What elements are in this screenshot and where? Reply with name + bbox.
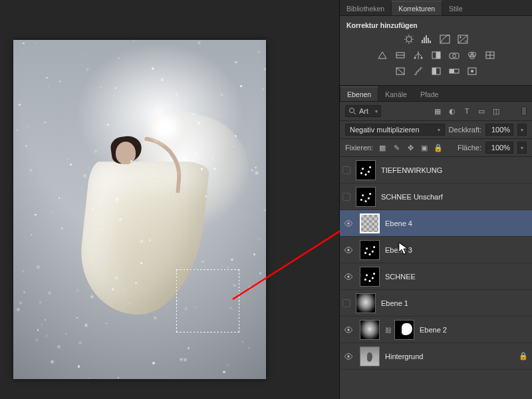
svg-point-24 [347, 249, 350, 251]
layer-thumbnail[interactable] [356, 187, 376, 207]
visibility-toggle[interactable] [342, 352, 354, 361]
lock-label: Fixieren: [345, 144, 373, 152]
svg-rect-8 [436, 52, 440, 59]
layer-row[interactable]: Ebene 4 [340, 210, 532, 237]
layer-mask-thumbnail[interactable] [394, 320, 414, 340]
svg-rect-2 [440, 35, 450, 43]
layer-thumbnail[interactable] [360, 240, 380, 260]
tab-ebenen[interactable]: Ebenen [340, 86, 378, 101]
svg-point-27 [347, 355, 350, 358]
layers-panel: Ebenen Kanäle Pfade Art ▾ ▦ ◐ T ▭ ◫ Nega… [340, 85, 532, 399]
mask-link-icon[interactable]: ⛓ [385, 326, 389, 334]
svg-point-1 [406, 37, 412, 42]
filter-adjust-icon[interactable]: ◐ [447, 107, 458, 116]
layer-thumbnail[interactable] [360, 213, 380, 233]
layer-thumbnail[interactable] [360, 320, 380, 340]
layer-row[interactable]: ⛓Ebene 2 [340, 317, 532, 343]
bw-icon[interactable] [429, 49, 444, 61]
filter-kind-label: Art [359, 107, 368, 115]
visibility-toggle[interactable] [342, 219, 354, 228]
layer-row[interactable]: SCHNEE Unscharf [340, 184, 532, 210]
opacity-label: Deckkraft: [449, 126, 482, 134]
exposure-icon[interactable] [456, 33, 470, 45]
lock-position-icon[interactable]: ✥ [405, 144, 416, 152]
posterize-icon[interactable] [411, 65, 426, 77]
filter-shape-icon[interactable]: ▭ [476, 107, 487, 116]
svg-point-25 [347, 275, 350, 278]
levels-icon[interactable] [420, 33, 434, 45]
blend-mode-dropdown[interactable]: Negativ multiplizieren ▾ [345, 124, 445, 136]
visibility-toggle[interactable] [342, 193, 350, 201]
threshold-icon[interactable] [429, 65, 444, 77]
selective-color-icon[interactable] [465, 65, 479, 77]
filter-type-icon[interactable]: T [462, 107, 472, 116]
lock-image-icon[interactable]: ✎ [391, 144, 402, 152]
lock-icon: 🔒 [519, 352, 528, 360]
layer-name[interactable]: SCHNEE [385, 273, 416, 281]
layer-name[interactable]: Ebene 1 [381, 299, 408, 307]
tab-stile[interactable]: Stile [442, 1, 469, 15]
svg-point-26 [347, 329, 350, 331]
svg-point-22 [350, 108, 354, 113]
vibrance-icon[interactable] [375, 49, 390, 61]
layer-row[interactable]: TIEFENWIRKUNG [340, 157, 532, 184]
layer-thumbnail[interactable] [360, 267, 380, 287]
filter-toggle-switch[interactable] [521, 106, 527, 116]
layer-thumbnail[interactable] [360, 346, 380, 366]
document-canvas[interactable] [13, 40, 266, 379]
layer-name[interactable]: Ebene 2 [420, 326, 447, 334]
blend-mode-value: Negativ multiplizieren [350, 126, 420, 134]
mouse-cursor [398, 242, 409, 255]
canvas-area [0, 0, 339, 399]
layer-row[interactable]: Hintergrund🔒 [340, 343, 532, 370]
panel-tabs-top: Bibliotheken Korrekturen Stile [340, 0, 532, 16]
opacity-slider-caret[interactable]: ▾ [517, 124, 527, 136]
gradient-map-icon[interactable] [447, 65, 462, 77]
tab-bibliotheken[interactable]: Bibliotheken [340, 1, 391, 15]
tab-pfade[interactable]: Pfade [414, 87, 445, 101]
fill-input[interactable]: 100% [485, 142, 513, 154]
svg-rect-19 [450, 69, 454, 73]
photo-filter-icon[interactable] [447, 49, 462, 61]
lock-artboard-icon[interactable]: ▣ [419, 144, 430, 152]
opacity-input[interactable]: 100% [485, 124, 513, 136]
visibility-toggle[interactable] [342, 272, 354, 281]
layer-thumbnail[interactable] [356, 293, 376, 313]
tab-korrekturen[interactable]: Korrekturen [391, 1, 442, 15]
layer-row[interactable]: Ebene 1 [340, 290, 532, 317]
layer-thumbnail[interactable] [356, 160, 376, 180]
marquee-selection[interactable] [176, 269, 239, 332]
visibility-toggle[interactable] [342, 325, 354, 334]
layer-name[interactable]: SCHNEE Unscharf [381, 193, 443, 201]
layer-row[interactable]: SCHNEE [340, 263, 532, 290]
layer-name[interactable]: Hintergrund [385, 352, 423, 360]
adjustments-panel: Bibliotheken Korrekturen Stile Korrektur… [340, 0, 532, 85]
visibility-toggle[interactable] [342, 299, 350, 307]
layer-name[interactable]: TIEFENWIRKUNG [381, 166, 442, 174]
tab-kanale[interactable]: Kanäle [378, 87, 414, 101]
layer-list[interactable]: TIEFENWIRKUNGSCHNEE UnscharfEbene 4Ebene… [340, 157, 532, 399]
visibility-toggle[interactable] [342, 245, 354, 255]
filter-kind-dropdown[interactable]: Art ▾ [345, 105, 381, 117]
layer-row[interactable]: Ebene 3 [340, 237, 532, 263]
invert-icon[interactable] [393, 65, 408, 77]
svg-point-10 [452, 55, 456, 58]
brightness-contrast-icon[interactable] [402, 33, 416, 45]
channel-mixer-icon[interactable] [465, 49, 479, 61]
search-icon [348, 107, 356, 115]
visibility-toggle[interactable] [342, 166, 350, 174]
fill-label: Fläche: [458, 144, 481, 152]
color-lookup-icon[interactable] [483, 49, 497, 61]
lock-all-icon[interactable]: 🔒 [433, 144, 444, 152]
curves-icon[interactable] [438, 33, 452, 45]
fill-slider-caret[interactable]: ▾ [517, 142, 527, 154]
adjustments-title: Korrektur hinzufügen [346, 21, 525, 29]
filter-smart-icon[interactable]: ◫ [491, 107, 501, 116]
layer-name[interactable]: Ebene 4 [385, 219, 412, 227]
hue-sat-icon[interactable] [393, 49, 408, 61]
right-panels: Bibliotheken Korrekturen Stile Korrektur… [339, 0, 532, 399]
panel-tabs-layers: Ebenen Kanäle Pfade [340, 86, 532, 102]
filter-pixel-icon[interactable]: ▦ [432, 107, 443, 116]
lock-transparency-icon[interactable]: ▩ [377, 144, 388, 152]
color-balance-icon[interactable] [411, 49, 426, 61]
